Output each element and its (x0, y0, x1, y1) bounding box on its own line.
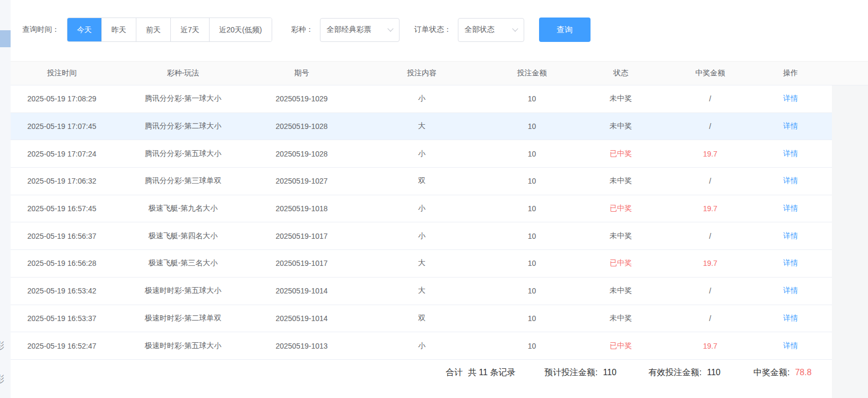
table-row: 2025-05-19 17:08:29 腾讯分分彩-第一球大小 20250519… (11, 85, 832, 113)
prize-amount-cell: / (671, 287, 749, 295)
bet-time-cell: 2025-05-19 16:53:42 (11, 287, 113, 295)
detail-link[interactable]: 详情 (783, 122, 798, 130)
detail-link[interactable]: 详情 (783, 341, 798, 350)
prize-amount-cell: / (671, 314, 749, 323)
game-play-cell: 腾讯分分彩-第五球大小 (113, 149, 253, 159)
order-status-select[interactable]: 全部状态 (458, 18, 524, 42)
status-cell: 未中奖 (570, 231, 671, 241)
column-header-2: 期号 (253, 68, 350, 78)
detail-link[interactable]: 详情 (783, 176, 798, 185)
lottery-type-select[interactable]: 全部经典彩票 (320, 18, 400, 42)
bet-content-cell: 小 (350, 231, 493, 241)
prize-amount-cell: 19.7 (671, 259, 749, 267)
column-header-6: 中奖金额 (671, 68, 749, 78)
time-filter-button-3[interactable]: 近7天 (170, 18, 209, 41)
bet-amount-cell: 10 (493, 150, 570, 158)
query-button[interactable]: 查询 (539, 18, 591, 42)
detail-link[interactable]: 详情 (783, 94, 798, 102)
column-header-5: 状态 (570, 68, 671, 78)
table-row: 2025-05-19 16:53:42 极速时时彩-第五球大小 20250519… (11, 278, 832, 305)
table-row: 2025-05-19 16:52:47 极速时时彩-第五球大小 20250519… (11, 332, 832, 360)
bet-amount-cell: 10 (493, 204, 570, 213)
bet-time-cell: 2025-05-19 16:56:37 (11, 232, 113, 240)
table-row: 2025-05-19 17:07:24 腾讯分分彩-第五球大小 20250519… (11, 140, 832, 168)
summary-valid-label: 有效投注金额: (648, 368, 701, 377)
status-cell: 未中奖 (570, 94, 671, 103)
summary-total-text: 共 11 条记录 (468, 368, 516, 377)
chevron-down-icon (512, 25, 518, 31)
time-filter-button-1[interactable]: 昨天 (101, 18, 136, 41)
column-header-4: 投注金额 (493, 68, 570, 78)
game-play-cell: 腾讯分分彩-第二球大小 (113, 122, 253, 131)
time-filter-button-2[interactable]: 前天 (136, 18, 170, 41)
table-row: 2025-05-19 16:53:37 极速时时彩-第二球单双 20250519… (11, 305, 832, 333)
action-cell: 详情 (749, 122, 832, 131)
bet-time-cell: 2025-05-19 17:07:45 (11, 122, 113, 131)
summary-expected-value: 110 (603, 368, 617, 377)
detail-link[interactable]: 详情 (783, 258, 798, 267)
issue-number-cell: 20250519-1017 (253, 259, 350, 267)
action-cell: 详情 (749, 204, 832, 213)
bet-content-cell: 大 (350, 258, 493, 268)
issue-number-cell: 20250519-1028 (253, 122, 350, 131)
status-cell: 已中奖 (570, 149, 671, 159)
time-filter-button-4[interactable]: 近20天(低频) (209, 18, 272, 41)
bet-amount-cell: 10 (493, 232, 570, 240)
action-cell: 详情 (749, 176, 832, 186)
summary-prize-amount: 中奖金额:78.8 (753, 367, 812, 378)
bet-amount-cell: 10 (493, 314, 570, 323)
status-cell: 未中奖 (570, 286, 671, 296)
column-header-1: 彩种-玩法 (113, 68, 253, 78)
table-row: 2025-05-19 16:56:28 极速飞艇-第三名大小 20250519-… (11, 250, 832, 278)
column-header-7: 操作 (749, 68, 832, 78)
table-row: 2025-05-19 17:06:32 腾讯分分彩-第三球单双 20250519… (11, 168, 832, 195)
bet-amount-cell: 10 (493, 94, 570, 103)
bet-time-cell: 2025-05-19 17:08:29 (11, 94, 113, 103)
bet-time-cell: 2025-05-19 16:53:37 (11, 314, 113, 323)
status-cell: 已中奖 (570, 204, 671, 213)
bet-content-cell: 双 (350, 314, 493, 323)
prize-amount-cell: 19.7 (671, 150, 749, 158)
game-play-cell: 极速飞艇-第九名大小 (113, 204, 253, 213)
bet-content-cell: 小 (350, 204, 493, 213)
action-cell: 详情 (749, 258, 832, 268)
time-filter-label: 查询时间： (22, 25, 59, 34)
bet-content-cell: 大 (350, 286, 493, 296)
detail-link[interactable]: 详情 (783, 286, 798, 295)
game-play-cell: 极速时时彩-第五球大小 (113, 341, 253, 351)
order-status-label: 订单状态： (414, 25, 452, 34)
summary-valid-amount: 有效投注金额:110 (648, 367, 721, 378)
time-filter-button-0[interactable]: 今天 (67, 18, 101, 41)
table-row: 2025-05-19 17:07:45 腾讯分分彩-第二球大小 20250519… (11, 113, 832, 141)
summary-prize-value: 78.8 (795, 368, 811, 377)
prize-amount-cell: 19.7 (671, 342, 749, 350)
detail-link[interactable]: 详情 (783, 149, 798, 158)
bet-content-cell: 小 (350, 341, 493, 351)
bet-content-cell: 小 (350, 94, 493, 103)
summary-total: 合计共 11 条记录 (446, 367, 516, 378)
detail-link[interactable]: 详情 (783, 204, 798, 212)
issue-number-cell: 20250519-1014 (253, 287, 350, 295)
issue-number-cell: 20250519-1013 (253, 342, 350, 350)
status-cell: 已中奖 (570, 341, 671, 351)
bet-time-cell: 2025-05-19 16:52:47 (11, 342, 113, 350)
detail-link[interactable]: 详情 (783, 314, 798, 322)
bet-amount-cell: 10 (493, 287, 570, 295)
game-play-cell: 极速飞艇-第四名大小 (113, 231, 253, 241)
order-status-value: 全部状态 (465, 25, 494, 34)
sidebar-sliver: 彩 彩 (0, 0, 11, 398)
bet-content-cell: 大 (350, 122, 493, 131)
lottery-type-label: 彩种： (291, 25, 314, 34)
table-row: 2025-05-19 16:57:45 极速飞艇-第九名大小 20250519-… (11, 195, 832, 223)
prize-amount-cell: / (671, 122, 749, 131)
bet-content-cell: 双 (350, 176, 493, 186)
time-filter-group: 今天昨天前天近7天近20天(低频) (67, 18, 272, 42)
status-cell: 未中奖 (570, 122, 671, 131)
prize-amount-cell: / (671, 177, 749, 185)
issue-number-cell: 20250519-1014 (253, 314, 350, 323)
detail-link[interactable]: 详情 (783, 231, 798, 240)
game-play-cell: 极速飞艇-第三名大小 (113, 258, 253, 268)
summary-valid-value: 110 (707, 368, 721, 377)
table-header-row: 投注时间彩种-玩法期号投注内容投注金额状态中奖金额操作 (11, 61, 868, 85)
game-play-cell: 腾讯分分彩-第一球大小 (113, 94, 253, 103)
